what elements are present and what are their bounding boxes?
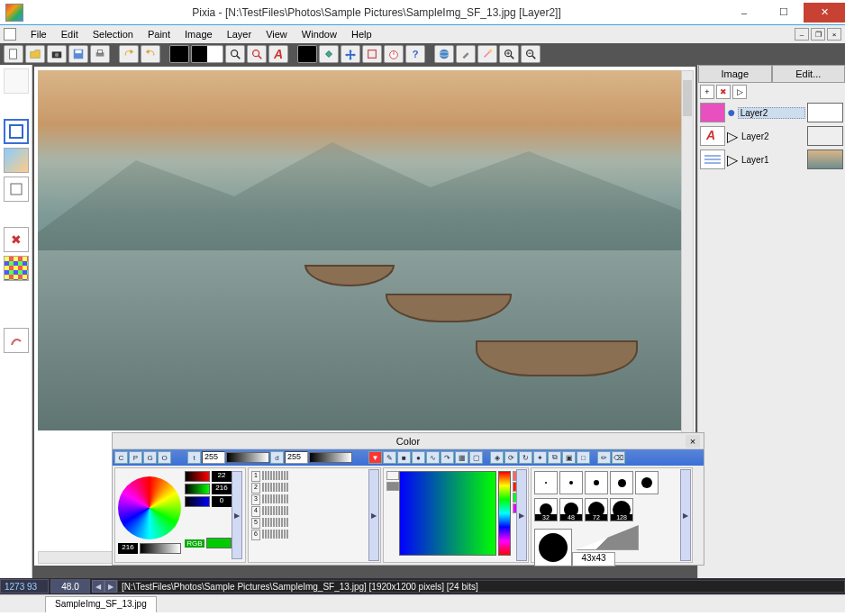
palette-swatch[interactable] <box>286 494 288 503</box>
palette-row-1[interactable]: 1 <box>251 471 260 482</box>
text-tool-button[interactable]: A <box>268 45 288 63</box>
palette-swatch[interactable] <box>262 483 264 492</box>
brush-preset-128[interactable]: 128 <box>610 498 633 521</box>
brush-preset-3[interactable] <box>585 471 608 494</box>
color-panel-titlebar[interactable]: Color × <box>113 433 704 449</box>
cp-pen-icon[interactable]: ✎ <box>383 451 396 464</box>
cp-rotate-icon[interactable]: ⟳ <box>504 451 518 464</box>
layer-color-tag[interactable] <box>700 149 725 169</box>
layer-color-tag[interactable]: A <box>700 126 725 146</box>
layer-thumbnail[interactable] <box>807 103 843 122</box>
cp-eraser-icon[interactable]: ⌫ <box>612 451 625 464</box>
fill-button[interactable] <box>319 45 339 63</box>
palette-swatch[interactable] <box>276 483 277 492</box>
layer-thumbnail[interactable] <box>807 126 843 146</box>
palette-swatch[interactable] <box>278 518 280 527</box>
saturation-picker[interactable] <box>399 471 497 556</box>
wand-button[interactable] <box>477 45 497 63</box>
preset-swatch[interactable] <box>386 482 399 491</box>
brush-preset-1[interactable] <box>534 471 558 494</box>
status-zoom[interactable]: 48.0 <box>50 579 90 593</box>
palette-swatch[interactable] <box>276 506 277 515</box>
palette-swatch[interactable] <box>262 494 264 503</box>
palette-swatch[interactable] <box>265 483 267 492</box>
palette-swatch[interactable] <box>278 494 280 503</box>
cp-star-icon[interactable]: ✦ <box>533 451 547 464</box>
layer-name[interactable]: Layer2 <box>740 131 805 141</box>
layer-row[interactable]: A ▷ Layer2 <box>698 124 845 148</box>
document-tab[interactable]: SampleImg_SF_13.jpg <box>45 596 157 612</box>
palette-swatch[interactable] <box>270 506 272 515</box>
palette-swatch[interactable] <box>286 483 288 492</box>
palette-swatch[interactable] <box>270 530 272 539</box>
palette-swatch[interactable] <box>281 530 283 539</box>
hue-slider[interactable] <box>498 471 511 556</box>
palette-swatch[interactable] <box>278 483 280 492</box>
layer-name[interactable]: Layer2 <box>738 107 805 119</box>
cp-curve-icon[interactable]: ∿ <box>426 451 440 464</box>
close-button[interactable]: ✕ <box>804 3 845 23</box>
undo-button[interactable] <box>119 45 139 63</box>
menu-layer[interactable]: Layer <box>220 27 259 41</box>
bw-swatch-button[interactable] <box>191 45 223 63</box>
palette-swatch[interactable] <box>286 471 288 480</box>
rgb-g-bar[interactable] <box>185 484 210 494</box>
cp-redo-icon[interactable]: ↷ <box>441 451 454 464</box>
palette-swatch[interactable] <box>281 494 283 503</box>
cp-box-icon[interactable]: □ <box>577 451 590 464</box>
palette-swatch[interactable] <box>270 518 272 527</box>
palette-swatch[interactable] <box>268 471 269 480</box>
palette-row-6[interactable]: 6 <box>251 530 260 540</box>
mdi-restore-button[interactable]: ❐ <box>811 28 825 41</box>
mdi-close-button[interactable]: × <box>827 28 841 41</box>
mosaic-tool[interactable] <box>4 256 29 281</box>
menu-selection[interactable]: Selection <box>86 27 141 41</box>
menu-window[interactable]: Window <box>295 27 344 41</box>
settings-button[interactable] <box>456 45 476 63</box>
palette-row-2[interactable]: 2 <box>251 483 260 494</box>
palette-swatch[interactable] <box>270 471 272 480</box>
delete-tool[interactable]: ✖ <box>4 227 29 252</box>
palette-swatch[interactable] <box>278 471 280 480</box>
mdi-document-icon[interactable] <box>4 28 16 41</box>
palette-swatch[interactable] <box>276 471 277 480</box>
brush-preview[interactable] <box>534 529 572 566</box>
rgb-b-bar[interactable] <box>185 496 210 507</box>
palette-swatch[interactable] <box>286 518 288 527</box>
globe-button[interactable] <box>434 45 454 63</box>
menu-view[interactable]: View <box>259 27 295 41</box>
palette-swatch[interactable] <box>273 530 275 539</box>
color-wheel[interactable] <box>118 476 181 539</box>
add-layer-button[interactable]: + <box>700 85 714 99</box>
palette-swatch[interactable] <box>265 471 267 480</box>
zoom-next-button[interactable]: ▶ <box>104 580 117 593</box>
brush-preset-72[interactable]: 72 <box>585 498 608 521</box>
move-tool-button[interactable] <box>341 45 360 63</box>
brush-preset-48[interactable]: 48 <box>559 498 583 521</box>
palette-swatch[interactable] <box>286 530 288 539</box>
cp-brush-icon[interactable]: ✏ <box>597 451 611 464</box>
palette-swatch[interactable] <box>284 518 286 527</box>
save-button[interactable] <box>68 45 88 63</box>
palette-swatch[interactable] <box>262 518 264 527</box>
layer-visible-icon[interactable]: ▷ <box>727 151 738 168</box>
open-button[interactable] <box>25 45 45 63</box>
palette-swatch[interactable] <box>268 494 269 503</box>
menu-edit[interactable]: Edit <box>54 27 86 41</box>
cp-t-slider[interactable] <box>226 452 269 463</box>
palette-swatch[interactable] <box>265 518 267 527</box>
timer-button[interactable] <box>384 45 404 63</box>
palette-swatch[interactable] <box>284 494 286 503</box>
zoom-out-button[interactable] <box>521 45 541 63</box>
palette-swatch[interactable] <box>284 471 286 480</box>
mdi-minimize-button[interactable]: – <box>795 28 809 41</box>
palette-swatch[interactable] <box>273 518 275 527</box>
zoom-in-button[interactable] <box>499 45 519 63</box>
cp-square-icon[interactable]: ■ <box>397 451 411 464</box>
gradient-tool[interactable] <box>4 148 29 173</box>
palette-row-4[interactable]: 4 <box>251 506 260 517</box>
brush-preset-5[interactable] <box>635 471 659 494</box>
palette-swatch[interactable] <box>265 530 267 539</box>
empty-rect-tool[interactable] <box>4 177 29 202</box>
palette-swatch[interactable] <box>268 483 269 492</box>
